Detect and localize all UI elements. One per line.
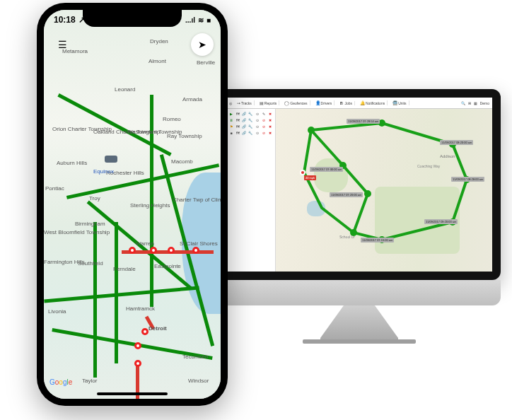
link-icon[interactable]: 🔗 — [241, 117, 247, 123]
route-timestamp: 11/09/2017 07:20:00 am — [330, 192, 363, 197]
svg-point-0 — [308, 127, 315, 134]
city-label: Macomb — [171, 158, 193, 165]
map-icon[interactable]: 🗺 — [235, 117, 240, 123]
phone-map-view[interactable]: Dryden Metamora Almont Berville Leonard … — [44, 10, 221, 399]
delete-icon[interactable]: ✖ — [267, 124, 273, 129]
monitor-bezel: ◎ ➙Tracks ▤Reports ◯Geofences 👤Drivers 🗎… — [218, 89, 501, 280]
tab-label: Geofences — [290, 101, 307, 105]
wrench-icon[interactable]: 🔧 — [248, 111, 253, 117]
compass-icon: ➤ — [198, 39, 206, 50]
route-timestamp: 11/09/2017 08:20:00 am — [440, 140, 473, 145]
stop-icon[interactable]: ■ — [228, 130, 234, 136]
city-label: Birmingham — [75, 221, 105, 227]
tracks-icon: ➙ — [237, 100, 240, 105]
desktop-monitor-frame: ◎ ➙Tracks ▤Reports ◯Geofences 👤Drivers 🗎… — [218, 89, 501, 320]
close-icon[interactable]: ⊘ — [261, 130, 267, 136]
delete-icon[interactable]: ✖ — [267, 130, 273, 136]
edit-icon[interactable]: ✎ — [261, 111, 267, 117]
monitor-chin — [218, 280, 501, 305]
city-label: Ray Township — [167, 133, 202, 139]
apps-icon[interactable]: ⊞ — [468, 101, 471, 105]
incident-marker[interactable] — [168, 247, 175, 254]
city-label: Farmington Hills — [44, 259, 85, 265]
jobs-icon: 🗎 — [339, 101, 344, 105]
tool-sidebar: ▶ 🗺 🔗 🔧 ⊙ ✎ ✖ ⏸ 🗺 🔗 🔧 ⊙ ⊘ ✖ — [226, 109, 276, 272]
target-icon[interactable]: ⊙ — [255, 124, 260, 129]
incident-marker[interactable] — [129, 247, 136, 254]
tab-label: Drivers — [321, 101, 332, 105]
logo-icon: ◎ — [229, 101, 232, 105]
map-icon[interactable]: 🗺 — [235, 111, 240, 117]
delete-icon[interactable]: ✖ — [267, 117, 273, 123]
incident-marker[interactable] — [150, 247, 157, 254]
incident-marker[interactable] — [141, 328, 149, 335]
target-icon[interactable]: ⊙ — [255, 117, 260, 123]
link-icon[interactable]: 🔗 — [241, 124, 247, 129]
target-icon[interactable]: ⊙ — [255, 130, 260, 136]
home-indicator[interactable] — [97, 392, 168, 395]
battery-icon: ■ — [206, 16, 211, 24]
play-icon[interactable]: ▶ — [228, 111, 234, 117]
target-icon[interactable]: ⊙ — [255, 111, 260, 117]
city-label: Detroit — [149, 325, 167, 332]
wrench-icon[interactable]: 🔧 — [248, 124, 253, 129]
app-toolbar: ◎ ➙Tracks ▤Reports ◯Geofences 👤Drivers 🗎… — [226, 98, 492, 109]
tab-jobs[interactable]: 🗎Jobs — [337, 101, 355, 105]
city-label: Almont — [149, 58, 166, 64]
map-place-label: School Dr — [339, 235, 355, 239]
wifi-icon: ≋ — [198, 16, 204, 24]
desktop-map-view[interactable]: 11/09/2017 07:28:54 am 11/09/2017 08:20:… — [276, 109, 492, 272]
city-label: Tecumseh — [182, 354, 208, 360]
tab-units[interactable]: 🚍Units — [390, 100, 409, 105]
search-icon[interactable]: 🔍 — [461, 101, 465, 105]
tab-geofences[interactable]: ◯Geofences — [282, 100, 310, 105]
link-icon[interactable]: 🔗 — [241, 130, 247, 136]
pause-icon[interactable]: ⏸ — [228, 117, 234, 123]
user-label[interactable]: Demo — [480, 101, 489, 105]
incident-marker[interactable] — [134, 360, 141, 367]
map-place-label: Addison — [440, 154, 455, 158]
flag-icon[interactable]: ⚑ — [228, 124, 234, 129]
recenter-button[interactable]: ➤ — [191, 33, 214, 56]
map-icon[interactable]: 🗺 — [235, 130, 240, 136]
tab-reports[interactable]: ▤Reports — [257, 100, 280, 105]
map-place-label: Coaching Way — [417, 164, 440, 168]
tab-drivers[interactable]: 👤Drivers — [313, 100, 335, 105]
wrench-icon[interactable]: 🔧 — [248, 130, 253, 136]
car-icon — [105, 156, 117, 163]
city-label: Windsor — [188, 378, 209, 384]
city-label: Hamtramck — [126, 305, 155, 312]
phone-status-bar: 10:18 ↗ ...ıl ≋ ■ — [44, 13, 221, 27]
tab-label: Jobs — [344, 101, 352, 105]
close-icon[interactable]: ⊘ — [261, 124, 267, 129]
tab-label: Units — [398, 101, 406, 105]
route-timestamp: 11/09/2017 09:20:00 am — [424, 219, 458, 224]
link-icon[interactable]: 🔗 — [241, 111, 247, 117]
grid-icon[interactable]: ▦ — [474, 101, 477, 105]
wrench-icon[interactable]: 🔧 — [248, 117, 253, 123]
bell-icon: 🔔 — [360, 100, 365, 105]
tab-tracks[interactable]: ➙Tracks — [235, 100, 255, 105]
city-label: Auburn Hills — [57, 160, 87, 166]
city-label: Sterling Heights — [130, 202, 170, 209]
monitor-foot — [303, 339, 416, 344]
city-label: Livonia — [48, 308, 66, 315]
city-label: St Clair Shores — [180, 240, 218, 247]
vehicle-label: Equinox — [93, 168, 114, 175]
city-label: Taylor — [82, 378, 97, 384]
incident-marker[interactable] — [134, 342, 141, 349]
incident-marker[interactable] — [192, 247, 199, 254]
menu-button[interactable]: ☰ — [51, 33, 74, 56]
city-label: Romeo — [163, 116, 181, 122]
status-time: 10:18 — [54, 15, 76, 25]
desktop-screen: ◎ ➙Tracks ▤Reports ◯Geofences 👤Drivers 🗎… — [226, 98, 492, 272]
google-attribution: Google — [50, 378, 72, 386]
vehicle-marker[interactable] — [105, 156, 117, 163]
units-icon: 🚍 — [392, 100, 397, 105]
map-icon[interactable]: 🗺 — [235, 124, 240, 129]
drivers-icon: 👤 — [315, 100, 320, 105]
delete-icon[interactable]: ✖ — [267, 111, 273, 117]
tab-notifications[interactable]: 🔔Notifications — [358, 100, 388, 105]
alert-marker[interactable] — [300, 170, 306, 175]
close-icon[interactable]: ⊘ — [261, 117, 267, 123]
